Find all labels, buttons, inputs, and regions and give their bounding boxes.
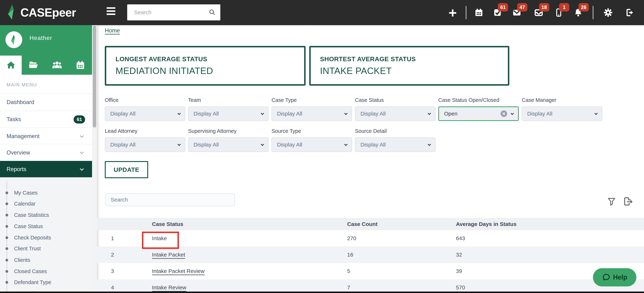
report-item-closed-cases[interactable]: Closed Cases — [0, 266, 92, 277]
row-number: 2 — [97, 252, 152, 258]
supervising-attorney-filter-select[interactable]: Display All — [188, 138, 268, 152]
status-link[interactable]: Intake Review — [152, 284, 186, 291]
report-item-case-statistics[interactable]: Case Statistics — [0, 209, 92, 221]
case-manager-filter-select[interactable]: Display All — [522, 106, 602, 121]
chat-bubble-icon — [602, 273, 610, 282]
update-button[interactable]: UPDATE — [105, 161, 148, 178]
breadcrumb-home-link[interactable]: Home — [105, 27, 120, 34]
table-header: Case Status Case Count Average Days in S… — [97, 218, 644, 230]
tasks-badge: 61 — [498, 3, 508, 12]
profile-panel: Heather — [0, 25, 92, 75]
sidebar-item-tasks[interactable]: Tasks 61 — [0, 110, 92, 128]
mail-badge: 47 — [517, 3, 527, 12]
logout-icon[interactable] — [625, 8, 635, 17]
user-name: Heather — [30, 34, 52, 41]
report-item-defendant-type[interactable]: Defendant Type — [0, 276, 92, 288]
status-link[interactable]: Intake Packet — [152, 252, 185, 258]
bottom-edge-strip — [0, 292, 644, 293]
row-number: 1 — [97, 235, 152, 242]
global-search-input[interactable] — [127, 9, 208, 16]
global-search — [127, 4, 220, 20]
report-item-case-status[interactable]: Case Status — [0, 221, 92, 232]
home-icon — [6, 60, 16, 70]
shortest-status-card: SHORTEST AVERAGE STATUS INTAKE PACKET — [309, 46, 509, 86]
status-link[interactable]: Intake Packet Review — [152, 268, 204, 274]
report-item-my-cases[interactable]: My Cases — [0, 187, 92, 198]
sidebar: Heather MAIN MENU Dashboard Tasks 61 Man… — [0, 25, 97, 293]
case-status-filter-select[interactable]: Display All — [355, 106, 436, 121]
card-label: LONGEST AVERAGE STATUS — [116, 56, 304, 63]
export-icon[interactable] — [623, 196, 633, 208]
chevron-down-icon — [176, 142, 182, 147]
help-button[interactable]: Help — [593, 268, 636, 286]
sidebar-item-dashboard[interactable]: Dashboard — [0, 94, 92, 110]
avg-days-cell: 643 — [456, 235, 644, 242]
tab-contacts[interactable] — [45, 56, 69, 75]
case-type-filter-label: Case Type — [272, 97, 297, 103]
settings-gear-icon[interactable] — [604, 8, 613, 17]
divider — [466, 6, 466, 19]
sidebar-item-reports[interactable]: Reports — [0, 161, 92, 177]
phone-icon[interactable]: 1 — [554, 8, 564, 17]
avatar[interactable] — [6, 31, 22, 48]
team-filter-select[interactable]: Display All — [188, 106, 268, 121]
menu-label: Reports — [6, 166, 26, 172]
source-detail-filter-select[interactable]: Display All — [355, 138, 436, 152]
report-item-client-trust[interactable]: Client Trust — [0, 243, 92, 254]
case-type-filter-select[interactable]: Display All — [272, 106, 352, 121]
filter-funnel-icon[interactable] — [607, 197, 616, 207]
divider — [593, 6, 593, 19]
casepeer-logo[interactable]: CASEpeer — [7, 4, 76, 22]
brand-name: CASEpeer — [20, 6, 76, 19]
folder-icon — [28, 60, 39, 70]
mail-icon[interactable]: 47 — [512, 8, 522, 17]
sidebar-item-management[interactable]: Management — [0, 128, 92, 145]
sidebar-tabs — [0, 56, 92, 75]
report-page: Home LONGEST AVERAGE STATUS MEDIATION IN… — [97, 25, 644, 293]
chevron-down-icon — [427, 142, 432, 147]
chevron-down-icon — [343, 111, 348, 116]
intake-badge: 18 — [539, 3, 549, 12]
card-value: INTAKE PACKET — [320, 66, 508, 76]
users-icon — [52, 60, 62, 70]
office-filter-select[interactable]: Display All — [105, 106, 185, 121]
tab-calendar[interactable] — [69, 56, 92, 75]
texts-badge: 1 — [559, 3, 569, 12]
report-item-clients[interactable]: Clients — [0, 254, 92, 266]
notifications-bell-icon[interactable]: 26 — [574, 8, 583, 17]
source-type-filter-select[interactable]: Display All — [272, 138, 352, 152]
sidebar-item-overview[interactable]: Overview — [0, 144, 92, 161]
count-cell: 5 — [347, 268, 456, 274]
sidebar-scrollbar-thumb[interactable] — [93, 26, 96, 128]
row-number: 3 — [97, 268, 152, 274]
clear-filter-icon[interactable] — [500, 110, 507, 117]
office-filter-label: Office — [105, 97, 118, 103]
table-search-input[interactable] — [106, 196, 234, 203]
search-icon — [208, 8, 216, 16]
report-item-calendar[interactable]: Calendar — [0, 198, 92, 209]
supervising-attorney-filter-label: Supervising Attorney — [188, 128, 236, 134]
notifications-badge: 26 — [578, 3, 589, 12]
header-average-days: Average Days in Status — [456, 221, 644, 227]
help-label: Help — [613, 274, 627, 281]
status-cell: Intake — [152, 235, 347, 242]
table-row: 2 Intake Packet 16 32 — [97, 246, 644, 263]
casepeer-logo-icon — [7, 4, 18, 22]
tab-cases[interactable] — [22, 56, 45, 75]
add-icon[interactable] — [448, 8, 458, 17]
count-cell: 7 — [347, 284, 456, 291]
tab-home[interactable] — [0, 56, 22, 75]
card-label: SHORTEST AVERAGE STATUS — [320, 56, 508, 63]
calendar-icon[interactable] — [474, 8, 484, 17]
table-row: 3 Intake Packet Review 5 39 — [97, 263, 644, 279]
report-item-check-deposits[interactable]: Check Deposits — [0, 232, 92, 243]
intake-inbox-icon[interactable]: 18 — [534, 8, 544, 17]
open-closed-filter-label: Case Status Open/Closed — [438, 97, 499, 103]
lead-attorney-filter-select[interactable]: Display All — [105, 138, 185, 152]
chevron-down-icon — [510, 111, 515, 116]
open-closed-filter-select[interactable]: Open — [438, 106, 519, 121]
menu-toggle-icon[interactable] — [106, 7, 115, 16]
tasks-icon[interactable]: 61 — [493, 8, 502, 17]
chevron-down-icon — [78, 133, 85, 140]
chevron-down-icon — [78, 166, 85, 172]
